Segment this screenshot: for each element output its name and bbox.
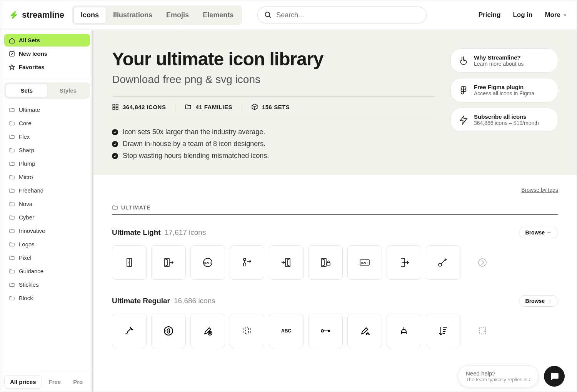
tab-styles[interactable]: Styles <box>48 84 89 97</box>
sample-icon <box>357 323 372 339</box>
grid-icon <box>112 103 119 110</box>
sample-icon <box>161 255 176 270</box>
set-row-head: Ultimate Light17,617 iconsBrowse → <box>112 227 558 238</box>
folder-icon <box>9 188 15 194</box>
folder-item-freehand[interactable]: Freehand <box>4 184 90 197</box>
folder-item-sharp[interactable]: Sharp <box>4 144 90 156</box>
icon-tile[interactable] <box>112 314 147 348</box>
browse-button[interactable]: Browse → <box>519 295 558 307</box>
chat-button[interactable] <box>544 366 565 387</box>
sample-icon: ABC <box>278 323 294 339</box>
price-pro[interactable]: Pro <box>68 375 88 389</box>
folder-item-flex[interactable]: Flex <box>4 130 90 143</box>
icon-tile[interactable]: EXIT <box>347 245 382 280</box>
icon-tile[interactable] <box>347 314 382 348</box>
folder-icon <box>9 201 15 207</box>
svg-line-27 <box>441 259 446 264</box>
nav-tab-elements[interactable]: Elements <box>196 7 240 23</box>
svg-rect-5 <box>116 104 118 106</box>
icon-tile[interactable] <box>426 245 460 280</box>
icon-tile[interactable]: 7 <box>465 314 500 348</box>
set-name: Ultimate Light <box>112 228 161 237</box>
svg-rect-6 <box>113 108 115 110</box>
folder-label: Guidance <box>19 268 43 274</box>
svg-marker-3 <box>9 65 14 70</box>
svg-text:EXIT: EXIT <box>361 261 368 264</box>
sample-icon <box>396 323 412 339</box>
chat-widget: Need help? The team typically replies in… <box>458 365 565 387</box>
folder-item-plump[interactable]: Plump <box>4 157 90 170</box>
promo-figma[interactable]: Free Figma plugin Access all icons in Fi… <box>450 78 558 102</box>
section-label: ULTIMATE <box>121 204 151 211</box>
sample-icon <box>318 323 333 339</box>
chevron-down-icon <box>563 13 567 17</box>
icon-tile[interactable] <box>465 245 500 280</box>
main[interactable]: Your ultimate icon library Download free… <box>93 30 577 392</box>
icon-tile[interactable] <box>151 314 186 348</box>
icon-tile[interactable] <box>151 245 186 280</box>
search-input[interactable] <box>257 7 427 23</box>
nav-tab-icons[interactable]: Icons <box>73 7 106 23</box>
icon-tile[interactable] <box>269 245 304 280</box>
pricing-link[interactable]: Pricing <box>479 11 501 19</box>
folder-icon <box>112 204 118 211</box>
promo-why[interactable]: Why Streamline? Learn more about us <box>450 48 558 73</box>
divider <box>242 102 242 111</box>
sidebar-scroll[interactable]: All Sets New Icons Favorites Sets Styles… <box>0 30 93 371</box>
browse-button[interactable]: Browse → <box>519 227 558 238</box>
browse-tags-link[interactable]: Browse by tags <box>112 187 558 193</box>
sidebar-tab-switch: Sets Styles <box>4 82 90 99</box>
bullet-text: Icon sets 50x larger than the industry a… <box>123 128 265 136</box>
sidebar-item-new-icons[interactable]: New Icons <box>4 47 90 60</box>
folder-item-core[interactable]: Core <box>4 117 90 130</box>
svg-point-41 <box>321 330 324 332</box>
folder-item-block[interactable]: Block <box>4 292 90 304</box>
folder-item-micro[interactable]: Micro <box>4 171 90 183</box>
nav-tab-emojis[interactable]: Emojis <box>159 7 196 23</box>
nav-tab-illustrations[interactable]: Illustrations <box>106 7 159 23</box>
icon-tile[interactable] <box>387 245 421 280</box>
icon-tile[interactable] <box>308 245 343 280</box>
sidebar-item-label: Favorites <box>19 64 45 70</box>
folder-item-guidance[interactable]: Guidance <box>4 265 90 277</box>
folder-icon <box>9 107 15 113</box>
logo-mark-icon <box>10 10 19 20</box>
icon-tile[interactable] <box>426 314 460 348</box>
folder-item-cyber[interactable]: Cyber <box>4 211 90 224</box>
svg-text:ABC: ABC <box>281 328 291 334</box>
icon-tile[interactable] <box>230 314 264 348</box>
folder-item-pixel[interactable]: Pixel <box>4 251 90 264</box>
folder-item-innovative[interactable]: Innovative <box>4 224 90 237</box>
tab-sets[interactable]: Sets <box>6 84 48 97</box>
logo[interactable]: streamline <box>10 10 64 20</box>
header: streamline Icons Illustrations Emojis El… <box>0 0 577 30</box>
icon-tile[interactable] <box>230 245 264 280</box>
stat-value: 41 FAMILIES <box>195 104 232 110</box>
icon-tile[interactable] <box>387 314 421 348</box>
set-row: Ultimate Regular16,686 iconsBrowse →ABC7 <box>112 295 558 348</box>
folder-label: Logos <box>19 241 35 247</box>
sidebar-item-favorites[interactable]: Favorites <box>4 61 90 73</box>
icon-tile[interactable]: ABC <box>269 314 304 348</box>
folder-label: Micro <box>19 174 33 180</box>
sample-icon <box>278 255 294 270</box>
folder-item-nova[interactable]: Nova <box>4 198 90 210</box>
folder-item-ultimate[interactable]: Ultimate <box>4 103 90 116</box>
more-button[interactable]: More <box>545 11 567 19</box>
folder-item-logos[interactable]: Logos <box>4 238 90 251</box>
icon-tile[interactable]: EXIT <box>190 245 225 280</box>
figma-icon <box>459 85 469 95</box>
price-all[interactable]: All prices <box>4 375 42 389</box>
folder-item-stickies[interactable]: Stickies <box>4 278 90 291</box>
icon-tile[interactable] <box>308 314 343 348</box>
price-free[interactable]: Free <box>43 375 67 389</box>
login-link[interactable]: Log in <box>513 11 532 19</box>
chat-bubble[interactable]: Need help? The team typically replies in… <box>458 365 539 387</box>
sidebar-item-all-sets[interactable]: All Sets <box>4 34 90 47</box>
nav-tabs: Icons Illustrations Emojis Elements <box>72 5 242 25</box>
icon-tile[interactable] <box>190 314 225 348</box>
icon-tile[interactable] <box>112 245 147 280</box>
promo-subscribe[interactable]: Subscribe all icons 364,866 icons – $19/… <box>450 108 558 132</box>
section-header: ULTIMATE <box>112 204 558 215</box>
peace-hand-icon <box>459 56 469 66</box>
